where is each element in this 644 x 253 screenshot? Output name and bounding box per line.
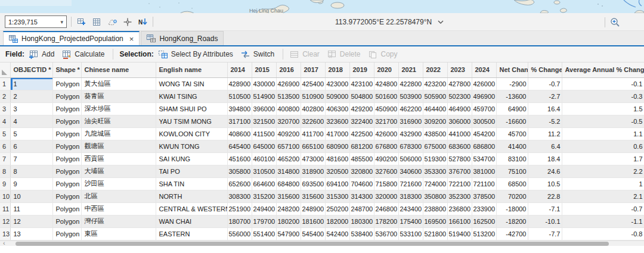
cell[interactable]: 506000 bbox=[398, 152, 423, 165]
cell[interactable]: 353300 bbox=[423, 165, 447, 177]
cell[interactable]: 315200 bbox=[252, 190, 276, 202]
tab-hongkong-roads[interactable]: HongKong_Roads bbox=[141, 31, 224, 45]
cell[interactable]: 2.2 bbox=[562, 165, 644, 177]
select-by-attributes-button[interactable]: Select By Attributes bbox=[158, 50, 233, 59]
cell[interactable]: 320800 bbox=[349, 165, 374, 177]
cell[interactable]: 321700 bbox=[374, 115, 398, 127]
cell[interactable]: 3 bbox=[10, 102, 52, 115]
cell[interactable]: 182000 bbox=[325, 215, 349, 227]
cell[interactable]: 352300 bbox=[447, 190, 472, 202]
cell[interactable]: 166100 bbox=[447, 215, 472, 227]
cell[interactable]: 248700 bbox=[349, 202, 374, 215]
cell[interactable]: -18200 bbox=[496, 215, 528, 227]
cell[interactable]: 681200 bbox=[349, 140, 374, 152]
column-header[interactable]: 2017 bbox=[301, 63, 325, 77]
cell[interactable]: -0.8 bbox=[562, 227, 644, 240]
cell[interactable]: -18000 bbox=[496, 202, 528, 215]
cell[interactable]: 322400 bbox=[349, 115, 374, 127]
cell[interactable]: 376700 bbox=[447, 165, 472, 177]
scrollbar-thumb[interactable] bbox=[16, 242, 609, 246]
cell[interactable]: 423000 bbox=[325, 77, 349, 90]
cell[interactable]: 417000 bbox=[325, 127, 349, 140]
cell[interactable]: 513500 bbox=[276, 90, 301, 102]
cell[interactable]: 676800 bbox=[374, 140, 398, 152]
cell[interactable]: 430000 bbox=[252, 77, 276, 90]
calculate-field-button[interactable]: Calculate bbox=[61, 50, 104, 59]
cell[interactable]: 315300 bbox=[325, 190, 349, 202]
cell[interactable]: 675000 bbox=[423, 140, 447, 152]
cell[interactable]: 178200 bbox=[374, 215, 398, 227]
cell[interactable]: Polygon bbox=[52, 177, 81, 190]
cell[interactable]: -42700 bbox=[496, 227, 528, 240]
cell[interactable]: 45700 bbox=[496, 127, 528, 140]
cell[interactable]: 460100 bbox=[252, 152, 276, 165]
cell[interactable]: Polygon bbox=[52, 115, 81, 127]
cell[interactable]: KOWLOON CITY bbox=[156, 127, 227, 140]
cell[interactable]: 9 bbox=[10, 177, 52, 190]
column-header[interactable]: Net Change bbox=[496, 63, 528, 77]
cell[interactable]: Polygon bbox=[52, 190, 81, 202]
cell[interactable]: -13600 bbox=[496, 90, 528, 102]
cell[interactable]: 665100 bbox=[301, 140, 325, 152]
cell[interactable]: 24.6 bbox=[528, 165, 562, 177]
cell[interactable]: 547900 bbox=[276, 227, 301, 240]
cell[interactable]: 315600 bbox=[276, 190, 301, 202]
cell[interactable]: 248900 bbox=[301, 202, 325, 215]
cell[interactable]: 中西區 bbox=[81, 202, 156, 215]
cell[interactable]: 411700 bbox=[301, 127, 325, 140]
cell[interactable]: 2.1 bbox=[562, 190, 644, 202]
cell[interactable]: -0.1 bbox=[562, 77, 644, 90]
cell[interactable]: 黃大仙區 bbox=[81, 77, 156, 90]
cell[interactable]: 68500 bbox=[496, 177, 528, 190]
cell[interactable]: 6.4 bbox=[528, 140, 562, 152]
cell[interactable]: -7.7 bbox=[528, 227, 562, 240]
cell[interactable]: 4 bbox=[10, 115, 52, 127]
cell[interactable]: 64900 bbox=[496, 102, 528, 115]
map-scale-input[interactable]: 1:239,715 ▾ bbox=[5, 15, 67, 28]
cell[interactable]: 378500 bbox=[472, 190, 496, 202]
cell[interactable]: 327600 bbox=[374, 165, 398, 177]
cell[interactable]: 309200 bbox=[423, 115, 447, 127]
cell[interactable]: WONG TAI SIN bbox=[156, 77, 227, 90]
cell[interactable]: 462200 bbox=[398, 102, 423, 115]
cell[interactable]: 314300 bbox=[349, 190, 374, 202]
cell[interactable]: 521800 bbox=[423, 227, 447, 240]
cell[interactable]: 350800 bbox=[423, 190, 447, 202]
cell[interactable]: EASTERN bbox=[156, 227, 227, 240]
cell[interactable]: 1 bbox=[562, 177, 644, 190]
cell[interactable]: 181600 bbox=[301, 215, 325, 227]
cell[interactable]: 441000 bbox=[447, 127, 472, 140]
cell[interactable]: 大埔區 bbox=[81, 165, 156, 177]
cell[interactable]: 503900 bbox=[398, 90, 423, 102]
row-selector[interactable]: 3 bbox=[0, 102, 10, 115]
cell[interactable]: 684800 bbox=[276, 177, 301, 190]
cell[interactable]: 724000 bbox=[423, 177, 447, 190]
cell[interactable]: Polygon bbox=[52, 127, 81, 140]
cell[interactable]: SHAM SHUI PO bbox=[156, 102, 227, 115]
cell[interactable]: 422500 bbox=[349, 127, 374, 140]
cell[interactable]: 11 bbox=[10, 202, 52, 215]
cell[interactable]: 432900 bbox=[398, 127, 423, 140]
cell[interactable]: 305800 bbox=[227, 165, 252, 177]
cell[interactable]: 545400 bbox=[301, 227, 325, 240]
column-header[interactable]: English name bbox=[156, 63, 227, 77]
cell[interactable]: 406300 bbox=[325, 102, 349, 115]
cell[interactable]: 657100 bbox=[276, 140, 301, 152]
cell[interactable]: 1.1 bbox=[562, 127, 644, 140]
cell[interactable]: -16600 bbox=[496, 115, 528, 127]
close-icon[interactable]: × bbox=[129, 35, 134, 43]
column-header[interactable]: 2022 bbox=[423, 63, 447, 77]
cell[interactable]: 693500 bbox=[301, 177, 325, 190]
row-selector[interactable]: 9 bbox=[0, 177, 10, 190]
cell[interactable]: 425400 bbox=[301, 77, 325, 90]
cell[interactable]: 300500 bbox=[472, 115, 496, 127]
cell[interactable]: 536700 bbox=[374, 227, 398, 240]
copy-button[interactable]: Copy bbox=[368, 50, 398, 59]
cell[interactable]: -0.7 bbox=[562, 202, 644, 215]
cell[interactable]: 715800 bbox=[374, 177, 398, 190]
column-header[interactable]: Average Annual % Change bbox=[562, 63, 644, 77]
row-selector[interactable]: 6 bbox=[0, 140, 10, 152]
column-header[interactable]: Chinese name bbox=[81, 63, 156, 77]
cell[interactable]: 426000 bbox=[472, 77, 496, 90]
cell[interactable]: 538400 bbox=[349, 227, 374, 240]
